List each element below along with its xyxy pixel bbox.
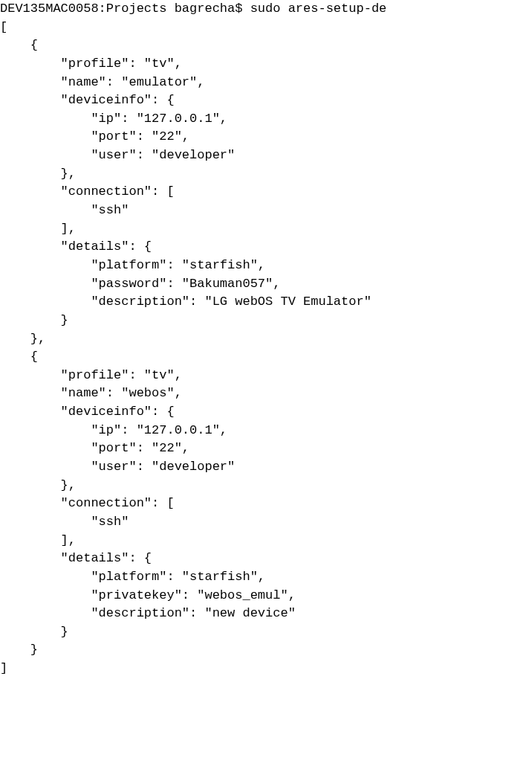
terminal-output[interactable]: DEV135MAC0058:Projects bagrecha$ sudo ar… xyxy=(0,0,532,678)
command-output-json: [ { "profile": "tv", "name": "emulator",… xyxy=(0,20,372,675)
shell-prompt-line: DEV135MAC0058:Projects bagrecha$ sudo ar… xyxy=(0,1,386,16)
